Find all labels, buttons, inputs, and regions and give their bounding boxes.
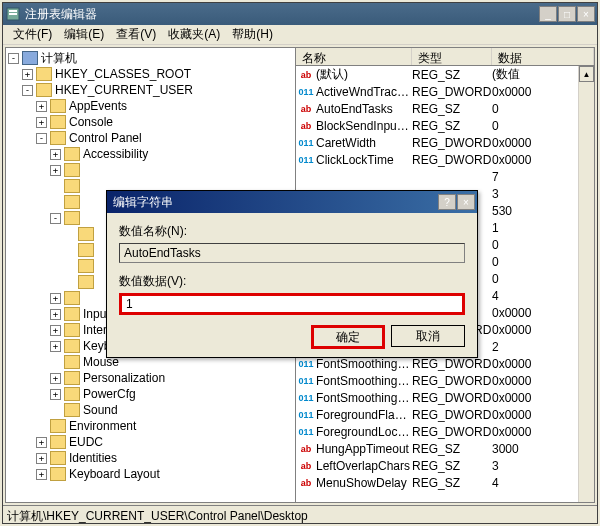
value-icon	[298, 170, 314, 184]
tree-node[interactable]: +Accessibility	[8, 146, 293, 162]
folder-icon	[50, 435, 66, 449]
menu-fav[interactable]: 收藏夹(A)	[162, 24, 226, 45]
tree-node[interactable]: +HKEY_CLASSES_ROOT	[8, 66, 293, 82]
expand-icon[interactable]: +	[50, 325, 61, 336]
value-row[interactable]: 011FontSmoothing…REG_DWORD0x0000	[296, 372, 578, 389]
string-icon: ab	[298, 119, 314, 133]
expand-icon[interactable]: +	[50, 165, 61, 176]
dword-icon: 011	[298, 85, 314, 99]
folder-icon	[64, 307, 80, 321]
value-row[interactable]: abLeftOverlapCharsREG_SZ3	[296, 457, 578, 474]
tree-node[interactable]: +Console	[8, 114, 293, 130]
svg-rect-1	[9, 10, 17, 12]
dword-icon: 011	[298, 408, 314, 422]
menu-file[interactable]: 文件(F)	[7, 24, 58, 45]
value-row[interactable]: 011FontSmoothing…REG_DWORD0x0000	[296, 389, 578, 406]
folder-icon	[64, 355, 80, 369]
value-row[interactable]: abMenuShowDelayREG_SZ4	[296, 474, 578, 491]
tree-node[interactable]: +PowerCfg	[8, 386, 293, 402]
folder-icon	[50, 419, 66, 433]
scroll-up-icon[interactable]: ▲	[579, 66, 594, 82]
expand-icon[interactable]: +	[22, 69, 33, 80]
tree-root[interactable]: -计算机	[8, 50, 293, 66]
value-row[interactable]: ab(默认)REG_SZ(数值	[296, 66, 578, 83]
expand-icon[interactable]: -	[22, 85, 33, 96]
folder-icon	[64, 179, 80, 193]
folder-icon	[64, 371, 80, 385]
dword-icon: 011	[298, 136, 314, 150]
expand-icon[interactable]: +	[36, 437, 47, 448]
tree-node[interactable]: Sound	[8, 402, 293, 418]
main-titlebar[interactable]: 注册表编辑器 _ □ ×	[3, 3, 597, 25]
value-row[interactable]: 011ForegroundLoc…REG_DWORD0x0000	[296, 423, 578, 440]
tree-node[interactable]: -Control Panel	[8, 130, 293, 146]
expand-icon[interactable]: +	[36, 117, 47, 128]
folder-icon	[78, 259, 94, 273]
folder-icon	[64, 339, 80, 353]
tree-node[interactable]: +EUDC	[8, 434, 293, 450]
tree-node[interactable]: +Identities	[8, 450, 293, 466]
dialog-close-button[interactable]: ×	[457, 194, 475, 210]
expand-icon[interactable]: -	[8, 53, 19, 64]
window-title: 注册表编辑器	[25, 6, 539, 23]
expand-icon[interactable]: +	[50, 309, 61, 320]
dialog-titlebar[interactable]: 编辑字符串 ? ×	[107, 191, 477, 213]
cancel-button[interactable]: 取消	[391, 325, 465, 347]
expand-icon[interactable]: -	[50, 213, 61, 224]
tree-node[interactable]: +Personalization	[8, 370, 293, 386]
col-name[interactable]: 名称	[296, 48, 412, 65]
value-row[interactable]: 011CaretWidthREG_DWORD0x0000	[296, 134, 578, 151]
minimize-button[interactable]: _	[539, 6, 557, 22]
tree-node[interactable]: +Keyboard Layout	[8, 466, 293, 482]
folder-icon	[64, 195, 80, 209]
col-type[interactable]: 类型	[412, 48, 492, 65]
app-icon	[5, 6, 21, 22]
dialog-help-button[interactable]: ?	[438, 194, 456, 210]
string-icon: ab	[298, 102, 314, 116]
folder-icon	[64, 211, 80, 225]
value-row[interactable]: abAutoEndTasksREG_SZ0	[296, 100, 578, 117]
tree-node[interactable]: +AppEvents	[8, 98, 293, 114]
value-row[interactable]: 011ActiveWndTrac…REG_DWORD0x0000	[296, 83, 578, 100]
value-row[interactable]: abHungAppTimeoutREG_SZ3000	[296, 440, 578, 457]
tree-node[interactable]: Environment	[8, 418, 293, 434]
value-row[interactable]: 011ForegroundFla…REG_DWORD0x0000	[296, 406, 578, 423]
expand-icon[interactable]: +	[50, 389, 61, 400]
value-data-text[interactable]	[126, 297, 458, 311]
string-icon: ab	[298, 442, 314, 456]
folder-icon	[36, 83, 52, 97]
folder-icon	[64, 403, 80, 417]
maximize-button[interactable]: □	[558, 6, 576, 22]
ok-button[interactable]: 确定	[311, 325, 385, 349]
value-row[interactable]: 011ClickLockTimeREG_DWORD0x0000	[296, 151, 578, 168]
expand-icon[interactable]: +	[36, 453, 47, 464]
expand-icon[interactable]: +	[50, 293, 61, 304]
value-data-input[interactable]	[119, 293, 465, 315]
menu-edit[interactable]: 编辑(E)	[58, 24, 110, 45]
value-row[interactable]: 7	[296, 168, 578, 185]
folder-icon	[50, 115, 66, 129]
folder-icon	[64, 323, 80, 337]
menu-help[interactable]: 帮助(H)	[226, 24, 279, 45]
tree-node[interactable]: -HKEY_CURRENT_USER	[8, 82, 293, 98]
expand-icon[interactable]: +	[50, 149, 61, 160]
dword-icon: 011	[298, 374, 314, 388]
folder-icon	[64, 163, 80, 177]
dword-icon: 011	[298, 153, 314, 167]
computer-icon	[22, 51, 38, 65]
menu-view[interactable]: 查看(V)	[110, 24, 162, 45]
value-row[interactable]: abBlockSendInpu…REG_SZ0	[296, 117, 578, 134]
col-data[interactable]: 数据	[492, 48, 594, 65]
expand-icon[interactable]: +	[36, 101, 47, 112]
expand-icon[interactable]: +	[36, 469, 47, 480]
folder-icon	[50, 99, 66, 113]
scrollbar[interactable]: ▲	[578, 66, 594, 502]
dword-icon: 011	[298, 425, 314, 439]
expand-icon[interactable]: +	[50, 373, 61, 384]
expand-icon[interactable]: +	[50, 341, 61, 352]
close-button[interactable]: ×	[577, 6, 595, 22]
expand-icon[interactable]: -	[36, 133, 47, 144]
string-icon: ab	[298, 459, 314, 473]
tree-node[interactable]: +	[8, 162, 293, 178]
folder-icon	[64, 147, 80, 161]
